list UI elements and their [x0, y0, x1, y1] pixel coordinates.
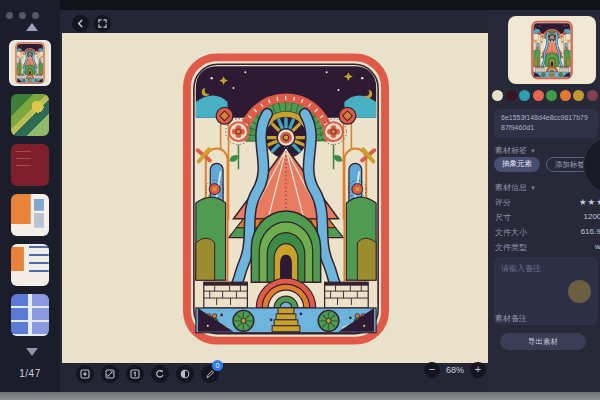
tags-section-header[interactable]: 素材标签 ▼: [495, 145, 536, 156]
expand-button[interactable]: [94, 15, 111, 32]
window-controls[interactable]: [6, 12, 39, 19]
info-row-rating: 评分 ★★★★★: [495, 197, 600, 209]
canvas[interactable]: [62, 33, 488, 363]
back-button[interactable]: [72, 15, 89, 32]
info-panel: 6e1553f148d4e8cc9617b7987f9460d1 素材标签 ▼ …: [488, 10, 600, 392]
save-icon: [80, 369, 90, 379]
caret-down-icon: ▼: [530, 185, 536, 191]
thumbnail-selected-artwork[interactable]: [9, 40, 51, 86]
rating-stars[interactable]: ★★★★★: [579, 197, 600, 207]
save-image-button[interactable]: [76, 365, 94, 383]
file-hash[interactable]: 6e1553f148d4e8cc9617b7987f9460d1: [494, 109, 598, 138]
window-dot-icon[interactable]: [19, 12, 26, 19]
actual-size-button[interactable]: [126, 365, 144, 383]
color-swatch[interactable]: [546, 90, 557, 101]
export-button[interactable]: 导出素材: [500, 333, 586, 350]
fullscreen-icon: [98, 19, 107, 28]
filesize-value: 616.92 KB: [581, 227, 600, 236]
info-row-size: 尺寸 1200X900: [495, 212, 600, 224]
annotate-button[interactable]: 0: [201, 365, 219, 383]
annotation-count-badge: 0: [212, 360, 223, 371]
caret-down-icon: ▼: [530, 148, 536, 154]
info-row-filetype: 文件类型 webp: [495, 242, 600, 254]
info-row-filesize: 文件大小 616.92 KB: [495, 227, 600, 239]
filetype-value: webp: [595, 242, 600, 251]
fit-screen-button[interactable]: [101, 365, 119, 383]
artwork-mini: [15, 42, 45, 84]
thumbnail-character-sheet[interactable]: [11, 244, 49, 286]
info-section-label: 素材信息: [495, 182, 527, 193]
thumbnail-red-cover[interactable]: [11, 144, 49, 186]
size-value: 1200X900: [584, 212, 600, 221]
zoom-level[interactable]: 68%: [446, 365, 464, 375]
rotate-icon: [155, 369, 165, 379]
color-swatch[interactable]: [533, 90, 544, 101]
color-swatch[interactable]: [573, 90, 584, 101]
artwork-preview: [531, 20, 573, 80]
viewer-toolbar: 0: [76, 365, 219, 383]
thumbnail-blue-grid[interactable]: [11, 294, 49, 336]
zoom-out-button[interactable]: −: [424, 362, 440, 378]
preview-card[interactable]: [508, 16, 596, 84]
filesize-label: 文件大小: [495, 228, 527, 237]
split-compare-icon: [180, 369, 190, 379]
scroll-down-icon[interactable]: [26, 348, 38, 356]
color-palette: [492, 90, 598, 101]
window-dot-icon[interactable]: [32, 12, 39, 19]
image-counter: 1/47: [0, 368, 60, 379]
zoom-controls: − 68% +: [424, 362, 486, 378]
size-label: 尺寸: [495, 213, 511, 222]
color-swatch[interactable]: [519, 90, 530, 101]
note-row: 素材备注 空: [495, 313, 600, 324]
os-taskbar-strip: [0, 392, 600, 400]
actual-size-icon: [130, 369, 140, 379]
note-placeholder: 请输入备注: [501, 264, 541, 273]
thumbnail-orange-layout[interactable]: [11, 194, 49, 236]
window-dot-icon[interactable]: [6, 12, 13, 19]
note-decoration-blob: [568, 280, 591, 303]
color-swatch[interactable]: [560, 90, 571, 101]
rotate-button[interactable]: [151, 365, 169, 383]
filetype-label: 文件类型: [495, 243, 527, 252]
thumbnail-sidebar: 1/47: [0, 0, 60, 392]
color-swatch[interactable]: [587, 90, 598, 101]
tags-section-label: 素材标签: [495, 145, 527, 156]
pen-icon: [205, 369, 215, 379]
thumbnail-green-map[interactable]: [11, 94, 49, 136]
zoom-in-button[interactable]: +: [470, 362, 486, 378]
info-section-header[interactable]: 素材信息 ▼: [495, 182, 536, 193]
chevron-left-icon: [76, 19, 85, 28]
image-viewer: 0 − 68% +: [60, 10, 488, 392]
scroll-up-icon[interactable]: [26, 23, 38, 31]
rating-label: 评分: [495, 198, 511, 207]
fit-screen-icon: [105, 369, 115, 379]
compare-button[interactable]: [176, 365, 194, 383]
tag-chip[interactable]: 抽象元素: [494, 157, 540, 172]
color-swatch[interactable]: [506, 90, 517, 101]
artwork-image: [182, 52, 390, 346]
color-swatch[interactable]: [492, 90, 503, 101]
note-label: 素材备注: [495, 314, 527, 323]
